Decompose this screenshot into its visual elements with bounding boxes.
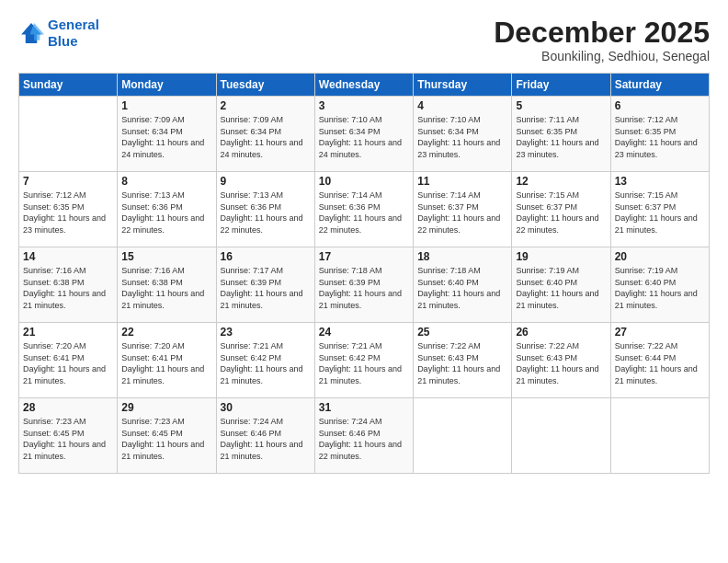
- day-cell: 9Sunrise: 7:13 AMSunset: 6:36 PMDaylight…: [216, 172, 314, 247]
- day-number: 26: [516, 326, 606, 339]
- col-header-friday: Friday: [512, 74, 610, 97]
- day-cell: 26Sunrise: 7:22 AMSunset: 6:43 PMDayligh…: [512, 323, 610, 398]
- day-cell: [19, 97, 118, 172]
- col-header-sunday: Sunday: [19, 74, 118, 97]
- day-info: Sunrise: 7:14 AMSunset: 6:36 PMDaylight:…: [319, 190, 409, 236]
- day-number: 3: [319, 99, 409, 112]
- logo-icon: [18, 20, 44, 46]
- day-info: Sunrise: 7:09 AMSunset: 6:34 PMDaylight:…: [121, 114, 211, 160]
- col-header-tuesday: Tuesday: [216, 74, 314, 97]
- day-number: 28: [23, 401, 113, 414]
- day-number: 10: [319, 175, 409, 188]
- col-header-wednesday: Wednesday: [314, 74, 413, 97]
- day-cell: 20Sunrise: 7:19 AMSunset: 6:40 PMDayligh…: [610, 247, 709, 323]
- day-info: Sunrise: 7:11 AMSunset: 6:35 PMDaylight:…: [516, 114, 606, 160]
- day-info: Sunrise: 7:13 AMSunset: 6:36 PMDaylight:…: [121, 190, 211, 236]
- day-cell: 14Sunrise: 7:16 AMSunset: 6:38 PMDayligh…: [19, 247, 118, 323]
- day-number: 25: [417, 326, 507, 339]
- col-header-saturday: Saturday: [610, 74, 709, 97]
- title-block: December 2025 Bounkiling, Sedhiou, Seneg…: [494, 17, 710, 63]
- day-info: Sunrise: 7:18 AMSunset: 6:40 PMDaylight:…: [417, 265, 507, 311]
- day-info: Sunrise: 7:21 AMSunset: 6:42 PMDaylight:…: [319, 340, 409, 386]
- day-info: Sunrise: 7:15 AMSunset: 6:37 PMDaylight:…: [516, 190, 606, 236]
- week-row-3: 14Sunrise: 7:16 AMSunset: 6:38 PMDayligh…: [19, 247, 710, 323]
- day-info: Sunrise: 7:10 AMSunset: 6:34 PMDaylight:…: [417, 114, 507, 160]
- day-info: Sunrise: 7:18 AMSunset: 6:39 PMDaylight:…: [319, 265, 409, 311]
- month-title: December 2025: [494, 17, 710, 49]
- day-number: 23: [221, 326, 311, 339]
- day-cell: [610, 398, 709, 474]
- day-cell: 18Sunrise: 7:18 AMSunset: 6:40 PMDayligh…: [414, 247, 512, 323]
- day-cell: 4Sunrise: 7:10 AMSunset: 6:34 PMDaylight…: [414, 97, 512, 172]
- day-cell: 21Sunrise: 7:20 AMSunset: 6:41 PMDayligh…: [19, 323, 118, 398]
- day-number: 31: [319, 401, 409, 414]
- day-info: Sunrise: 7:16 AMSunset: 6:38 PMDaylight:…: [23, 265, 113, 311]
- day-number: 7: [23, 175, 113, 188]
- day-info: Sunrise: 7:24 AMSunset: 6:46 PMDaylight:…: [319, 416, 409, 462]
- day-info: Sunrise: 7:14 AMSunset: 6:37 PMDaylight:…: [417, 190, 507, 236]
- day-info: Sunrise: 7:22 AMSunset: 6:43 PMDaylight:…: [516, 340, 606, 386]
- day-cell: 11Sunrise: 7:14 AMSunset: 6:37 PMDayligh…: [414, 172, 512, 247]
- day-cell: 1Sunrise: 7:09 AMSunset: 6:34 PMDaylight…: [118, 97, 216, 172]
- day-cell: 24Sunrise: 7:21 AMSunset: 6:42 PMDayligh…: [314, 323, 413, 398]
- day-info: Sunrise: 7:22 AMSunset: 6:43 PMDaylight:…: [417, 340, 507, 386]
- day-number: 2: [221, 99, 311, 112]
- day-cell: 16Sunrise: 7:17 AMSunset: 6:39 PMDayligh…: [216, 247, 314, 323]
- day-number: 8: [121, 175, 211, 188]
- day-info: Sunrise: 7:21 AMSunset: 6:42 PMDaylight:…: [221, 340, 311, 386]
- day-cell: 10Sunrise: 7:14 AMSunset: 6:36 PMDayligh…: [314, 172, 413, 247]
- day-info: Sunrise: 7:19 AMSunset: 6:40 PMDaylight:…: [615, 265, 705, 311]
- day-info: Sunrise: 7:12 AMSunset: 6:35 PMDaylight:…: [615, 114, 705, 160]
- day-cell: 8Sunrise: 7:13 AMSunset: 6:36 PMDaylight…: [118, 172, 216, 247]
- day-number: 27: [615, 326, 705, 339]
- day-cell: 19Sunrise: 7:19 AMSunset: 6:40 PMDayligh…: [512, 247, 610, 323]
- day-number: 21: [23, 326, 113, 339]
- day-cell: 30Sunrise: 7:24 AMSunset: 6:46 PMDayligh…: [216, 398, 314, 474]
- day-number: 11: [417, 175, 507, 188]
- day-info: Sunrise: 7:19 AMSunset: 6:40 PMDaylight:…: [516, 265, 606, 311]
- day-number: 29: [121, 401, 211, 414]
- logo-line2: Blue: [48, 33, 78, 49]
- col-header-thursday: Thursday: [414, 74, 512, 97]
- day-cell: 15Sunrise: 7:16 AMSunset: 6:38 PMDayligh…: [118, 247, 216, 323]
- week-row-5: 28Sunrise: 7:23 AMSunset: 6:45 PMDayligh…: [19, 398, 710, 474]
- day-info: Sunrise: 7:22 AMSunset: 6:44 PMDaylight:…: [615, 340, 705, 386]
- day-info: Sunrise: 7:10 AMSunset: 6:34 PMDaylight:…: [319, 114, 409, 160]
- day-cell: 6Sunrise: 7:12 AMSunset: 6:35 PMDaylight…: [610, 97, 709, 172]
- day-info: Sunrise: 7:13 AMSunset: 6:36 PMDaylight:…: [221, 190, 311, 236]
- day-number: 30: [221, 401, 311, 414]
- day-number: 9: [221, 175, 311, 188]
- logo-text: General Blue: [48, 17, 99, 50]
- day-number: 18: [417, 250, 507, 263]
- week-row-2: 7Sunrise: 7:12 AMSunset: 6:35 PMDaylight…: [19, 172, 710, 247]
- header: General Blue December 2025 Bounkiling, S…: [18, 17, 710, 63]
- day-number: 15: [121, 250, 211, 263]
- page: General Blue December 2025 Bounkiling, S…: [0, 0, 728, 563]
- day-cell: 25Sunrise: 7:22 AMSunset: 6:43 PMDayligh…: [414, 323, 512, 398]
- day-cell: 13Sunrise: 7:15 AMSunset: 6:37 PMDayligh…: [610, 172, 709, 247]
- day-cell: 22Sunrise: 7:20 AMSunset: 6:41 PMDayligh…: [118, 323, 216, 398]
- day-cell: 2Sunrise: 7:09 AMSunset: 6:34 PMDaylight…: [216, 97, 314, 172]
- day-info: Sunrise: 7:24 AMSunset: 6:46 PMDaylight:…: [221, 416, 311, 462]
- day-info: Sunrise: 7:23 AMSunset: 6:45 PMDaylight:…: [121, 416, 211, 462]
- day-number: 6: [615, 99, 705, 112]
- day-cell: 31Sunrise: 7:24 AMSunset: 6:46 PMDayligh…: [314, 398, 413, 474]
- col-header-monday: Monday: [118, 74, 216, 97]
- day-number: 19: [516, 250, 606, 263]
- week-row-4: 21Sunrise: 7:20 AMSunset: 6:41 PMDayligh…: [19, 323, 710, 398]
- logo: General Blue: [18, 17, 99, 50]
- day-cell: 17Sunrise: 7:18 AMSunset: 6:39 PMDayligh…: [314, 247, 413, 323]
- day-info: Sunrise: 7:12 AMSunset: 6:35 PMDaylight:…: [23, 190, 113, 236]
- day-cell: 27Sunrise: 7:22 AMSunset: 6:44 PMDayligh…: [610, 323, 709, 398]
- day-info: Sunrise: 7:20 AMSunset: 6:41 PMDaylight:…: [121, 340, 211, 386]
- day-info: Sunrise: 7:20 AMSunset: 6:41 PMDaylight:…: [23, 340, 113, 386]
- day-number: 14: [23, 250, 113, 263]
- day-number: 16: [221, 250, 311, 263]
- day-cell: 28Sunrise: 7:23 AMSunset: 6:45 PMDayligh…: [19, 398, 118, 474]
- day-number: 24: [319, 326, 409, 339]
- subtitle: Bounkiling, Sedhiou, Senegal: [494, 49, 710, 63]
- day-info: Sunrise: 7:09 AMSunset: 6:34 PMDaylight:…: [221, 114, 311, 160]
- week-row-1: 1Sunrise: 7:09 AMSunset: 6:34 PMDaylight…: [19, 97, 710, 172]
- day-number: 22: [121, 326, 211, 339]
- day-cell: 5Sunrise: 7:11 AMSunset: 6:35 PMDaylight…: [512, 97, 610, 172]
